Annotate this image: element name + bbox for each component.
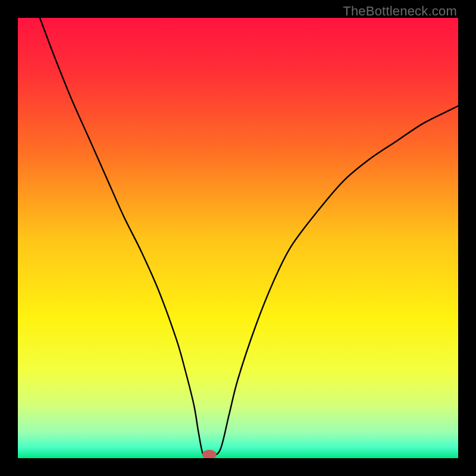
watermark-text: TheBottleneck.com	[343, 4, 457, 19]
chart-frame: TheBottleneck.com	[0, 0, 476, 476]
gradient-background	[18, 18, 458, 458]
plot-area	[18, 18, 458, 458]
bottleneck-chart	[18, 18, 458, 458]
